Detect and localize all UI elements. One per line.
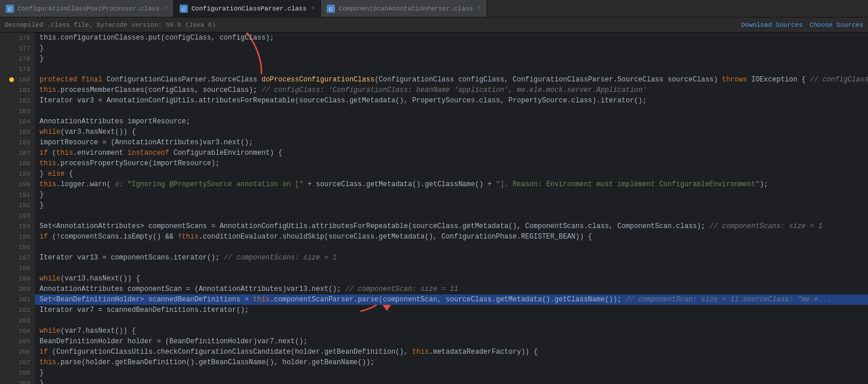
code-line: Iterator var7 = scannedBeanDefinitions.i… bbox=[35, 305, 868, 315]
code-line: Iterator var13 = componentScans.iterator… bbox=[35, 253, 868, 263]
gutter-row: 177 bbox=[0, 43, 35, 54]
gutter-row: 204 bbox=[0, 326, 35, 336]
gutter-row: 183 bbox=[0, 106, 35, 116]
line-number-label: 195 bbox=[16, 233, 30, 240]
line-number-label: 192 bbox=[16, 202, 30, 209]
tab-label: ConfigurationClassPostProcessor.class bbox=[17, 5, 159, 12]
gutter-row: 205 bbox=[0, 336, 35, 347]
code-line: while(var13.hasNext()) { bbox=[35, 273, 868, 284]
svg-text:C: C bbox=[182, 6, 186, 12]
line-number-label: 196 bbox=[16, 244, 30, 251]
line-number-label: 180 bbox=[16, 76, 30, 83]
gutter-row: 182 bbox=[0, 95, 35, 106]
code-line: } bbox=[35, 378, 868, 384]
code-line: } bbox=[35, 368, 868, 378]
code-area[interactable]: this.configurationClasses.put(configClas… bbox=[35, 33, 868, 384]
gutter-row: 209 bbox=[0, 378, 35, 384]
svg-text:C: C bbox=[329, 6, 333, 12]
svg-text:C: C bbox=[8, 6, 12, 12]
line-number-label: 177 bbox=[16, 45, 30, 52]
gutter-row: 199 bbox=[0, 273, 35, 284]
code-line: } bbox=[35, 200, 868, 211]
code-line: if (ConfigurationClassUtils.checkConfigu… bbox=[35, 347, 868, 357]
gutter-row: 203 bbox=[0, 315, 35, 326]
line-number-label: 202 bbox=[16, 307, 30, 314]
choose-sources-link[interactable]: Choose Sources bbox=[810, 22, 863, 29]
decompile-info: Decompiled .class file, bytecode version… bbox=[5, 22, 216, 29]
breakpoint-icon[interactable] bbox=[9, 77, 14, 82]
gutter-row: 206 bbox=[0, 347, 35, 357]
java-icon-3: C bbox=[327, 5, 335, 13]
code-line: } bbox=[35, 54, 868, 64]
tab-label-2: ConfigurationClassParser.class bbox=[191, 5, 306, 12]
line-number-label: 207 bbox=[16, 359, 30, 366]
gutter-row: 185 bbox=[0, 127, 35, 137]
gutter-row: 184 bbox=[0, 116, 35, 127]
code-line bbox=[35, 242, 868, 253]
code-line bbox=[35, 263, 868, 273]
gutter-row: 188 bbox=[0, 158, 35, 169]
gutter-row: 178 bbox=[0, 54, 35, 64]
info-bar-actions: Download Sources Choose Sources bbox=[741, 22, 863, 29]
line-number-label: 201 bbox=[16, 296, 30, 303]
java-icon-2: C bbox=[180, 5, 188, 13]
code-line: } bbox=[35, 190, 868, 200]
code-line: BeanDefinitionHolder holder = (BeanDefin… bbox=[35, 336, 868, 347]
code-line: this.processPropertySource(importResourc… bbox=[35, 158, 868, 169]
tab-close-icon-3[interactable]: × bbox=[477, 5, 481, 12]
gutter-row: 176 bbox=[0, 33, 35, 43]
download-sources-link[interactable]: Download Sources bbox=[741, 22, 803, 29]
code-line: importResource = (AnnotationAttributes)v… bbox=[35, 137, 868, 148]
gutter-row: 190 bbox=[0, 179, 35, 190]
line-number-label: 204 bbox=[16, 328, 30, 335]
gutter-row: 194 bbox=[0, 221, 35, 232]
gutter-row: 197 bbox=[0, 253, 35, 263]
code-line: } bbox=[35, 43, 868, 54]
gutter-row: 200 bbox=[0, 284, 35, 294]
line-number-label: 197 bbox=[16, 254, 30, 261]
code-line: } else { bbox=[35, 169, 868, 179]
code-line: this.configurationClasses.put(configClas… bbox=[35, 33, 868, 43]
tab-bar: C ConfigurationClassPostProcessor.class … bbox=[0, 0, 868, 17]
gutter-row: 198 bbox=[0, 263, 35, 273]
line-number-label: 190 bbox=[16, 181, 30, 188]
code-line bbox=[35, 211, 868, 221]
gutter-row: 189 bbox=[0, 169, 35, 179]
code-line: if (!componentScans.isEmpty() && !this.c… bbox=[35, 232, 868, 242]
gutter-row: 186 bbox=[0, 137, 35, 148]
line-number-label: 182 bbox=[16, 97, 30, 104]
gutter-row: 207 bbox=[0, 357, 35, 368]
code-line: while(var3.hasNext()) { bbox=[35, 127, 868, 137]
tab-close-icon-2[interactable]: × bbox=[311, 5, 315, 12]
line-number-label: 187 bbox=[16, 150, 30, 157]
code-line bbox=[35, 315, 868, 326]
line-number-label: 200 bbox=[16, 286, 30, 293]
tab-configurationclasspostprocessor[interactable]: C ConfigurationClassPostProcessor.class … bbox=[0, 0, 174, 17]
code-line: Iterator var3 = AnnotationConfigUtils.at… bbox=[35, 95, 868, 106]
gutter-row: 201 bbox=[0, 294, 35, 305]
gutter-row: 187 bbox=[0, 148, 35, 158]
gutter-row: 195 bbox=[0, 232, 35, 242]
code-line bbox=[35, 64, 868, 74]
code-line: if (this.environment instanceof Configur… bbox=[35, 148, 868, 158]
line-gutter: 1761771781791801811821831841851861871881… bbox=[0, 33, 35, 384]
code-line: AnnotationAttributes importResource; bbox=[35, 116, 868, 127]
tab-componentscanannotationparser[interactable]: C ComponentScanAnnotationParser.class × bbox=[321, 0, 487, 17]
line-number-label: 199 bbox=[16, 275, 30, 282]
line-number-label: 206 bbox=[16, 349, 30, 355]
gutter-row: 193 bbox=[0, 211, 35, 221]
line-number-label: 179 bbox=[16, 66, 30, 73]
code-line: Set<AnnotationAttributes> componentScans… bbox=[35, 221, 868, 232]
line-number-label: 198 bbox=[16, 265, 30, 272]
line-number-label: 203 bbox=[16, 317, 30, 324]
info-bar: Decompiled .class file, bytecode version… bbox=[0, 17, 868, 33]
code-line: protected final ConfigurationClassParser… bbox=[35, 74, 868, 85]
line-number-label: 183 bbox=[16, 108, 30, 115]
gutter-row: 196 bbox=[0, 242, 35, 253]
line-number-label: 184 bbox=[16, 118, 30, 125]
code-line: this.logger.warn( o: "Ignoring @Property… bbox=[35, 179, 868, 190]
tab-configurationclassparser[interactable]: C ConfigurationClassParser.class × bbox=[174, 0, 321, 17]
tab-close-icon[interactable]: × bbox=[164, 5, 167, 12]
gutter-row: 192 bbox=[0, 200, 35, 211]
main-content: 1761771781791801811821831841851861871881… bbox=[0, 33, 868, 384]
